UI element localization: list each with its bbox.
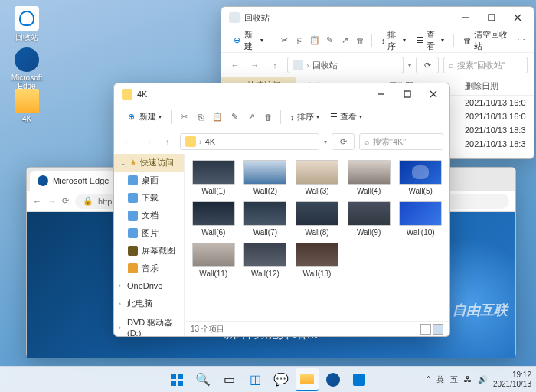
minimize-button[interactable] (453, 8, 479, 27)
edge-icon (15, 47, 39, 72)
volume-icon[interactable]: 🔊 (478, 375, 487, 384)
sort-button[interactable]: ↕ 排序▾ (287, 109, 322, 124)
close-button[interactable] (505, 8, 531, 27)
empty-recycle-button[interactable]: 🗑 清空回收站 (460, 28, 511, 54)
titlebar[interactable]: 4K (114, 83, 449, 105)
recycle-bin-icon (229, 12, 240, 23)
toolbar: ⊕新建▾ ✂ ⎘ 📋 ✎ ↗ 🗑 ↕ 排序▾ ☰ 查看▾ 🗑 清空回收站 ⋯ (221, 28, 534, 53)
sidebar-item-desktop[interactable]: 桌面 (114, 172, 184, 189)
sidebar-item-downloads[interactable]: 下载 (114, 189, 184, 207)
breadcrumb[interactable]: › 回收站 (287, 57, 404, 74)
close-button[interactable] (420, 85, 446, 103)
paste-icon[interactable]: 📋 (309, 34, 320, 47)
copy-icon[interactable]: ⎘ (294, 34, 305, 47)
recycle-bin-icon (15, 6, 39, 31)
sidebar-item-onedrive[interactable]: ›OneDrive (114, 277, 184, 294)
share-icon[interactable]: ↗ (340, 34, 351, 47)
desktop-icon-label: Microsoft Edge (8, 74, 46, 90)
desktop-recycle-bin[interactable]: 回收站 (8, 6, 46, 43)
delete-icon[interactable]: 🗑 (355, 34, 365, 47)
sidebar-item-pictures[interactable]: 图片 (114, 224, 184, 242)
breadcrumb[interactable]: › 4K (180, 133, 319, 150)
ime-indicator[interactable]: 英 (436, 374, 444, 385)
up-button[interactable]: ↑ (160, 134, 175, 149)
forward-button[interactable]: → (247, 57, 263, 73)
titlebar[interactable]: 回收站 (221, 7, 534, 28)
sidebar-item-screenshots[interactable]: 屏幕截图 (114, 242, 184, 260)
up-button[interactable]: ↑ (267, 57, 283, 73)
back-button[interactable]: ← (33, 197, 41, 206)
search-button[interactable]: 🔍 (191, 368, 214, 391)
file-item[interactable]: Wall(13) (293, 243, 342, 278)
start-button[interactable] (165, 368, 188, 391)
taskview-button[interactable]: ▭ (217, 368, 240, 391)
clock[interactable]: 19:12 2021/10/13 (493, 371, 531, 389)
sort-button[interactable]: ↕ 排序▾ (378, 28, 409, 54)
file-item[interactable]: Wall(3) (293, 160, 342, 195)
chat-button[interactable]: 💬 (270, 368, 293, 391)
cut-icon[interactable]: ✂ (178, 111, 190, 123)
delete-icon[interactable]: 🗑 (262, 111, 274, 123)
taskbar-explorer[interactable] (296, 368, 319, 391)
file-item[interactable]: Wall(11) (189, 243, 238, 278)
desktop-edge[interactable]: Microsoft Edge (8, 47, 46, 90)
file-item[interactable]: Wall(6) (189, 201, 238, 237)
sidebar-item-documents[interactable]: 文档 (114, 207, 184, 224)
desktop-folder-4k[interactable]: 4K (8, 89, 46, 123)
file-item[interactable]: Wall(10) (396, 201, 445, 237)
more-icon[interactable]: ⋯ (370, 111, 382, 123)
thumbnails-view-icon[interactable] (433, 324, 443, 335)
file-grid: Wall(1) Wall(2) Wall(3) Wall(4) Wall(5) … (185, 154, 449, 321)
address-bar: ← → ↑ › 回收站 ▾ ⟳ ⌕ 搜索"回收站" (221, 53, 534, 77)
maximize-button[interactable] (479, 8, 505, 27)
share-icon[interactable]: ↗ (245, 111, 257, 123)
forward-button[interactable]: → (140, 134, 155, 149)
search-input[interactable]: ⌕ 搜索"4K" (359, 133, 443, 150)
view-button[interactable]: ☰ 查看▾ (413, 28, 447, 54)
file-item[interactable]: Wall(5) (396, 160, 445, 195)
svg-rect-5 (178, 381, 183, 386)
view-button[interactable]: ☰ 查看▾ (327, 109, 365, 124)
refresh-button[interactable]: ⟳ (332, 133, 355, 150)
desktop-icon-label: 回收站 (8, 32, 46, 43)
minimize-button[interactable] (368, 85, 394, 103)
file-item[interactable]: Wall(4) (345, 160, 394, 195)
more-icon[interactable]: ⋯ (515, 34, 526, 47)
taskbar-store[interactable] (348, 368, 371, 391)
file-item[interactable]: Wall(12) (241, 243, 290, 278)
svg-rect-4 (171, 381, 176, 386)
search-input[interactable]: ⌕ 搜索"回收站" (443, 57, 528, 74)
new-button[interactable]: ⊕新建▾ (122, 109, 165, 125)
cut-icon[interactable]: ✂ (279, 34, 290, 47)
sidebar-item-thispc[interactable]: ›此电脑 (114, 294, 184, 313)
folder-icon (15, 89, 39, 113)
back-button[interactable]: ← (227, 57, 243, 73)
sidebar-item-music[interactable]: 音乐 (114, 260, 184, 277)
edge-icon (38, 175, 48, 186)
refresh-button[interactable]: ⟳ (62, 196, 69, 206)
file-item[interactable]: Wall(7) (241, 201, 290, 237)
copy-icon[interactable]: ⎘ (194, 111, 207, 123)
tray-chevron-icon[interactable]: ˄ (427, 375, 430, 384)
rename-icon[interactable]: ✎ (325, 34, 335, 47)
network-icon[interactable]: 🖧 (464, 375, 472, 384)
file-item[interactable]: Wall(9) (345, 201, 394, 237)
file-item[interactable]: Wall(1) (189, 160, 238, 195)
taskbar-edge[interactable] (322, 368, 345, 391)
maximize-button[interactable] (394, 85, 420, 103)
refresh-button[interactable]: ⟳ (416, 57, 439, 74)
window-title: 回收站 (244, 12, 270, 24)
new-button[interactable]: ⊕新建▾ (229, 28, 266, 54)
toolbar: ⊕新建▾ ✂ ⎘ 📋 ✎ ↗ 🗑 ↕ 排序▾ ☰ 查看▾ ⋯ (114, 105, 449, 129)
paste-icon[interactable]: 📋 (211, 111, 224, 123)
ime-mode[interactable]: 五 (450, 374, 458, 385)
file-item[interactable]: Wall(2) (241, 160, 290, 195)
file-item[interactable]: Wall(8) (293, 201, 342, 237)
details-view-icon[interactable] (420, 324, 431, 335)
forward-button[interactable]: → (47, 197, 56, 206)
widgets-button[interactable]: ◫ (243, 368, 266, 391)
sidebar-item-dvd[interactable]: ›DVD 驱动器 (D:) (114, 313, 184, 336)
quick-access-header[interactable]: ⌄★快速访问 (114, 154, 184, 172)
back-button[interactable]: ← (120, 134, 136, 149)
rename-icon[interactable]: ✎ (228, 111, 240, 123)
